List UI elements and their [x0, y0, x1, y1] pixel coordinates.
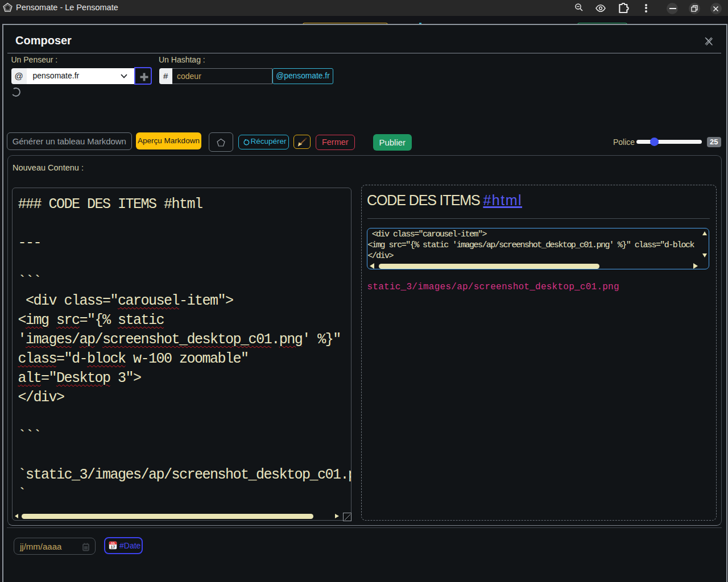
- svg-text:17: 17: [111, 545, 115, 549]
- svg-text:JUIL: JUIL: [111, 542, 116, 544]
